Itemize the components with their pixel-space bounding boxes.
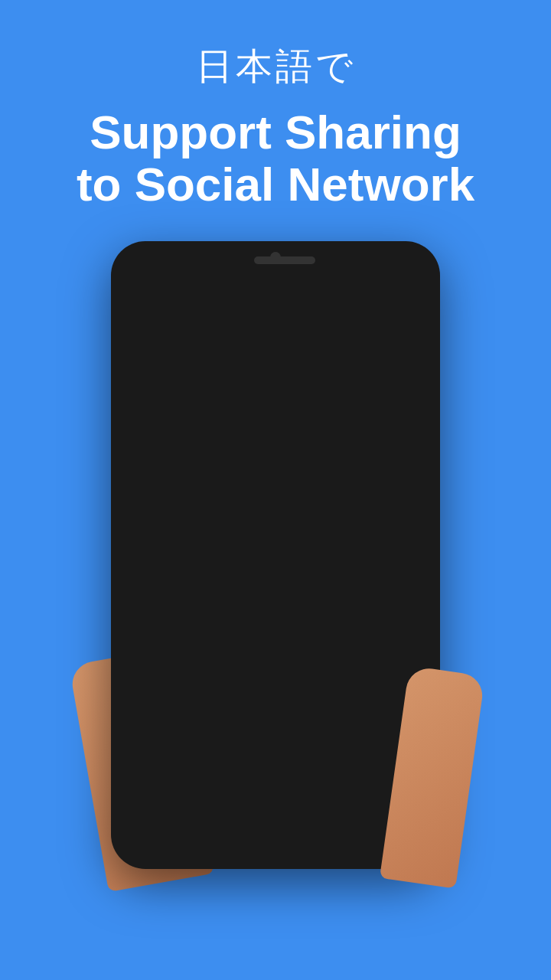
app-item-messaging[interactable]: ✆ Messaging (139, 695, 204, 753)
play-icon[interactable] (302, 289, 318, 308)
photo-area (122, 318, 429, 563)
classroom-label: Classroom (289, 680, 332, 691)
app-item-line-keep[interactable]: LINE Keep (208, 632, 273, 691)
toolbar-title: お... (155, 290, 267, 306)
messaging-icon: ✆ (149, 695, 194, 740)
more-icon[interactable]: ⋮ (406, 289, 422, 307)
community-icon (289, 695, 333, 740)
dot-2 (260, 769, 266, 775)
app-item-secure-folder[interactable]: Secure Folder (208, 695, 273, 753)
main-title-line1: Support Sharing (90, 106, 461, 158)
svg-text:?: ? (386, 291, 391, 301)
app-item-flipboard[interactable]: f Flipboard (347, 632, 412, 691)
classroom-icon (289, 632, 333, 677)
flipboard-label: Flipboard (360, 680, 399, 691)
svg-line-6 (334, 292, 338, 295)
svg-line-8 (365, 299, 368, 302)
link-subtitle-suffix: per day. (307, 596, 345, 607)
svg-point-39 (308, 652, 313, 657)
link-subtitle-prefix: Share large files up to (184, 596, 284, 607)
svg-point-25 (244, 413, 253, 422)
line-icon: LINE (149, 632, 194, 677)
header-section: 日本語で Support Sharing to Social Network (54, 42, 497, 211)
app-grid: LINE LINE LINE Keep (134, 625, 417, 761)
kinemaster-icon: K (358, 695, 403, 740)
line-label: LINE (161, 680, 181, 691)
link-size: 2 GB (284, 596, 307, 607)
app-item-classroom[interactable]: Classroom (278, 632, 343, 691)
svg-text:f: f (377, 647, 383, 664)
svg-point-27 (298, 409, 307, 418)
link-sharing-text: Link Sharing Share large files up to 2 G… (184, 580, 345, 607)
kinemaster-label: KineMaster (357, 743, 403, 753)
link-sharing-icon (134, 573, 174, 613)
svg-point-3 (331, 294, 334, 298)
secure-folder-icon (219, 695, 263, 740)
svg-rect-16 (236, 479, 316, 529)
flipboard-icon: f (358, 632, 403, 677)
svg-point-23 (269, 419, 282, 431)
svg-point-47 (239, 717, 243, 722)
main-title-line2: to Social Network (77, 158, 474, 211)
link-sharing-row[interactable]: Link Sharing Share large files up to 2 G… (134, 573, 417, 625)
messaging-label: Messaging (148, 743, 193, 753)
svg-text:K: K (377, 712, 384, 724)
app-item-line[interactable]: LINE LINE (139, 632, 204, 691)
dot-1 (248, 769, 254, 775)
line-keep-icon (219, 632, 263, 677)
svg-text:LINE: LINE (159, 651, 184, 663)
page-indicator (134, 761, 417, 781)
app-item-community[interactable]: Community (278, 695, 343, 753)
dot-4 (285, 769, 291, 775)
link-sharing-subtitle: Share large files up to 2 GB per day. (184, 596, 345, 607)
share-icon[interactable] (328, 289, 344, 308)
community-label: Community (287, 743, 334, 753)
svg-text:✆: ✆ (167, 711, 176, 724)
svg-point-49 (307, 710, 315, 718)
svg-point-31 (283, 398, 291, 406)
svg-line-5 (334, 297, 338, 299)
flower-plant-svg (122, 318, 429, 563)
phone-screen: ← お... ♡ (122, 278, 429, 832)
link-sharing-title: Link Sharing (184, 580, 345, 594)
help-icon[interactable]: ? (380, 289, 396, 308)
svg-point-2 (338, 290, 342, 294)
svg-point-4 (338, 299, 342, 302)
japanese-title: 日本語で (54, 42, 497, 91)
dot-5 (297, 769, 303, 775)
main-title: Support Sharing to Social Network (54, 106, 497, 211)
zoom-icon[interactable] (354, 289, 370, 308)
heart-icon[interactable]: ♡ (278, 289, 292, 307)
back-icon[interactable]: ← (129, 289, 145, 307)
svg-marker-1 (308, 293, 314, 299)
share-panel: Link Sharing Share large files up to 2 G… (122, 563, 429, 792)
line-keep-label: LINE Keep (218, 680, 262, 691)
app-toolbar: ← お... ♡ (122, 278, 429, 318)
svg-point-29 (260, 402, 268, 410)
phone-wrapper: ← お... ♡ (111, 241, 440, 869)
dot-3 (272, 769, 279, 775)
secure-folder-label: Secure Folder (212, 743, 269, 753)
